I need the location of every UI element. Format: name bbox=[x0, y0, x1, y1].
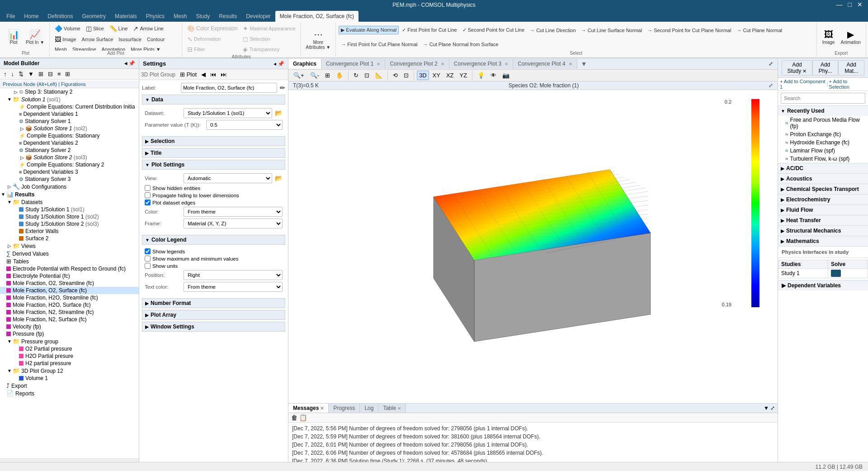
tab-mesh[interactable]: Mesh bbox=[169, 11, 191, 22]
material-appearance-button[interactable]: ✦Material Appearance bbox=[241, 24, 297, 33]
tab-convergence-2-close[interactable]: ✕ bbox=[439, 62, 444, 67]
tree-item-results[interactable]: ▼ 📊 Results bbox=[0, 190, 139, 198]
tree-expand-jobconfigs[interactable]: ▷ bbox=[6, 184, 13, 189]
tree-expand-views[interactable]: ▷ bbox=[6, 243, 13, 248]
tree-item-pressure-group[interactable]: ▼ 📁 Pressure group bbox=[0, 338, 139, 345]
tree-item-reports[interactable]: 📄 Reports bbox=[0, 390, 139, 397]
tab-study[interactable]: Study bbox=[191, 11, 214, 22]
volume-button[interactable]: 🔷Volume bbox=[52, 24, 83, 33]
tree-item-views[interactable]: ▷ 📁 Views bbox=[0, 242, 139, 250]
acoustics-header[interactable]: ▶ Acoustics bbox=[778, 174, 868, 184]
tree-item-mole-frac-o2-stream[interactable]: Mole Fraction, O2, Streamline (fc) bbox=[0, 280, 139, 287]
tree-item-compile1[interactable]: ⚡ Compile Equations: Current Distributio… bbox=[0, 103, 139, 110]
messages-scroll-btn[interactable]: ▼ bbox=[764, 405, 769, 411]
add-tab-btn[interactable]: ▼ bbox=[577, 58, 591, 69]
first-point-cut-line-button[interactable]: ✓ First Point for Cut Line bbox=[400, 26, 459, 34]
solve-btn[interactable]: ✓ bbox=[831, 270, 841, 277]
structural-header[interactable]: ▶ Structural Mechanics bbox=[778, 226, 868, 236]
graphics-expand-btn[interactable]: ⤢ bbox=[767, 60, 775, 68]
tab-messages[interactable]: Messages ✕ bbox=[288, 404, 329, 413]
settings-header-controls[interactable]: ◂ 📌 bbox=[274, 61, 284, 67]
cut-plane-normal-from-surface-button[interactable]: → Cut Plane Normal from Surface bbox=[421, 40, 501, 48]
tab-convergence-4-close[interactable]: ✕ bbox=[567, 62, 572, 67]
tree-item-depvars2[interactable]: ≡ Dependent Variables 2 bbox=[0, 139, 139, 147]
mesh-button[interactable]: Mesh bbox=[52, 45, 69, 51]
tree-item-mole-n2-stream[interactable]: Mole Fraction, N2, Streamline (fc) bbox=[0, 309, 139, 316]
selection-attr-button[interactable]: ◻Selection bbox=[241, 34, 297, 44]
tree-item-h2-partial[interactable]: H2 partial pressure bbox=[0, 360, 139, 367]
tab-results[interactable]: Results bbox=[214, 11, 241, 22]
image-export-button[interactable]: 🖼 Image bbox=[820, 29, 838, 46]
echem-header[interactable]: ▶ Electrochemistry bbox=[778, 195, 868, 205]
tab-convergence-4[interactable]: Convergence Plot 4 ✕ bbox=[513, 59, 577, 69]
tree-item-h2o-partial[interactable]: H2O Partial presure bbox=[0, 352, 139, 360]
maximize-btn[interactable]: □ bbox=[846, 1, 854, 8]
rp-item-hx[interactable]: ≈ Hydroxide Exchange (fc) bbox=[778, 138, 868, 147]
search-input[interactable] bbox=[781, 93, 865, 104]
heat-header[interactable]: ▶ Heat Transfer bbox=[778, 215, 868, 225]
close-btn[interactable]: ✕ bbox=[855, 1, 864, 8]
tree-item-statsolver1[interactable]: ⚙ Stationary Solver 1 bbox=[0, 118, 139, 125]
tree-item-mole-h2o-surface[interactable]: Mole Fraction, H2O, Surface (fc) bbox=[0, 301, 139, 309]
view-yz-btn[interactable]: YZ bbox=[458, 71, 470, 80]
rp-item-tf[interactable]: ≈ Turbulent Flow, k-ω (spf) bbox=[778, 155, 868, 163]
graphics-panel-controls[interactable]: ⤢ bbox=[767, 60, 778, 68]
isosurface-button[interactable]: Isosurface bbox=[116, 35, 144, 43]
settings-nav-first[interactable]: ⏮ bbox=[208, 70, 218, 79]
tree-item-velocity[interactable]: Velocity (fp) bbox=[0, 323, 139, 330]
math-header[interactable]: ▶ Mathematics bbox=[778, 236, 868, 246]
slice-button[interactable]: ◫Slice bbox=[84, 24, 106, 33]
tree-item-derivedvals[interactable]: ∑ Derived Values bbox=[0, 250, 139, 257]
color-select[interactable]: From theme bbox=[184, 207, 283, 217]
annotation-button[interactable]: Annotation bbox=[99, 45, 128, 51]
section-selection-header[interactable]: ▶ Selection bbox=[142, 136, 285, 146]
tab-file[interactable]: File bbox=[2, 11, 19, 22]
tab-materials[interactable]: Materials bbox=[110, 11, 142, 22]
deformation-button[interactable]: ⤡Deformation bbox=[185, 34, 240, 44]
tab-messages-close[interactable]: ✕ bbox=[320, 406, 324, 411]
tree-item-electrode-pot[interactable]: Electrode Potential with Respect to Grou… bbox=[0, 265, 139, 272]
tab-convergence-2[interactable]: Convergence Plot 2 ✕ bbox=[385, 59, 449, 69]
fluid-header[interactable]: ▶ Fluid Flow bbox=[778, 205, 868, 215]
tree-expand-sol1[interactable]: ▼ bbox=[6, 97, 13, 102]
animation-button[interactable]: ▶ Animation bbox=[839, 29, 863, 46]
window-controls[interactable]: — □ ✕ bbox=[835, 1, 864, 8]
tree-item-tables[interactable]: ⊞ Tables bbox=[0, 257, 139, 265]
tab-table-close[interactable]: ✕ bbox=[397, 406, 401, 411]
section-plotsettings-header[interactable]: ▼ Plot Settings bbox=[142, 160, 285, 170]
show-legends-check[interactable] bbox=[145, 248, 151, 254]
tree-item-electrolyte-pot[interactable]: Electrolyte Potential (fc) bbox=[0, 272, 139, 280]
hide-btn[interactable]: 👁 bbox=[488, 71, 499, 80]
tree-item-mole-n2-surface[interactable]: Mole Fraction, N2, Surface (fc) bbox=[0, 316, 139, 323]
tab-convergence-1[interactable]: Convergence Plot 1 ✕ bbox=[321, 59, 385, 69]
cut-line-surface-normal-button[interactable]: → Cut Line Surface Normal bbox=[579, 26, 645, 34]
mb-down-btn[interactable]: ↓ bbox=[9, 70, 16, 78]
tree-expand-solstore2[interactable]: ▷ bbox=[19, 155, 25, 160]
zoom-box-btn[interactable]: ⊞ bbox=[323, 71, 332, 80]
fit-view-btn[interactable]: ⊡ bbox=[401, 71, 411, 80]
settings-nav-last[interactable]: ⏭ bbox=[219, 70, 228, 79]
cst-header[interactable]: ▶ Chemical Species Transport bbox=[778, 184, 868, 194]
messages-copy-btn[interactable]: 📋 bbox=[299, 414, 307, 421]
tab-physics[interactable]: Physics bbox=[142, 11, 169, 22]
tree-item-statsolver2[interactable]: ⚙ Stationary Solver 2 bbox=[0, 147, 139, 154]
show-minmax-check[interactable] bbox=[145, 256, 151, 262]
tree-item-surface2[interactable]: Surface 2 bbox=[0, 235, 139, 242]
tab-graphics[interactable]: Graphics bbox=[288, 59, 321, 69]
zoom-in-btn[interactable]: 🔍+ bbox=[291, 71, 307, 80]
select-btn[interactable]: ⊡ bbox=[362, 71, 372, 80]
tab-convergence-3-close[interactable]: ✕ bbox=[503, 62, 508, 67]
show-hidden-check[interactable] bbox=[145, 185, 151, 191]
view-select[interactable]: Automatic bbox=[184, 173, 272, 183]
view-xy-btn[interactable]: XY bbox=[430, 71, 443, 80]
tree-item-jobconfigs[interactable]: ▷ 🔧 Job Configurations bbox=[0, 183, 139, 190]
tree-item-mole-frac-o2-surface[interactable]: Mole Fraction, O2, Surface (fc) bbox=[0, 287, 139, 294]
position-select[interactable]: Right bbox=[184, 270, 283, 280]
zoom-out-btn[interactable]: 🔍- bbox=[308, 71, 321, 80]
param-select[interactable]: 0.5 bbox=[206, 120, 283, 130]
more-attributes-button[interactable]: ⋯ MoreAttributes ▼ bbox=[303, 29, 333, 51]
filter-button[interactable]: ⊟Filter bbox=[185, 44, 240, 54]
tab-developer[interactable]: Developer bbox=[241, 11, 275, 22]
arrow-line-button[interactable]: ↗Arrow Line bbox=[131, 24, 166, 33]
tree-item-3dplotgroup12[interactable]: ▼ 📁 3D Plot Group 12 bbox=[0, 367, 139, 375]
